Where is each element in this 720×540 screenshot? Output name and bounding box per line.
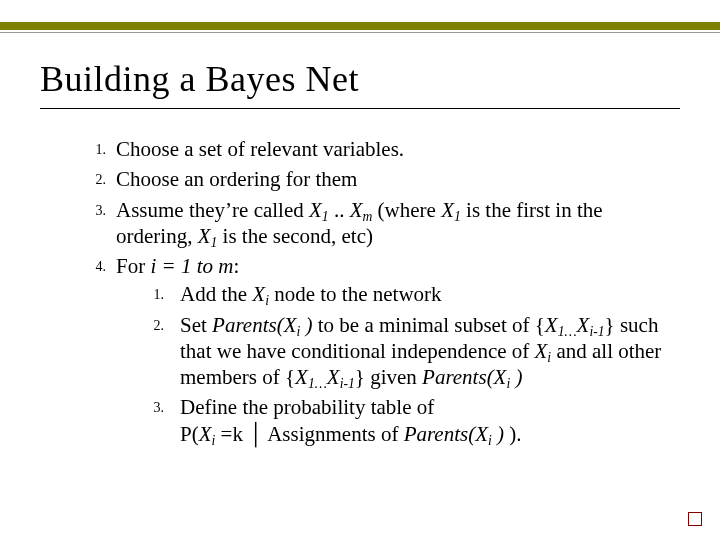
- item-1-text: Choose a set of relevant variables.: [116, 137, 404, 161]
- subitem-1-text: Add the Xi node to the network: [180, 282, 442, 306]
- item-2: 2. Choose an ordering for them: [80, 166, 680, 192]
- item-4-text: For i = 1 to m:: [116, 254, 239, 278]
- corner-box-icon: [688, 512, 702, 526]
- slide-title: Building a Bayes Net: [40, 58, 680, 100]
- item-2-text: Choose an ordering for them: [116, 167, 357, 191]
- subitem-1-number: 1.: [138, 286, 164, 304]
- subitem-2-text: Set Parents(Xi ) to be a minimal subset …: [180, 313, 661, 390]
- subitem-3-text: Define the probability table of P(Xi =k …: [180, 395, 522, 445]
- item-4: 4. For i = 1 to m: 1. Add the Xi node to…: [80, 253, 680, 447]
- item-2-number: 2.: [80, 171, 106, 189]
- item-3-number: 3.: [80, 202, 106, 220]
- accent-bar: [0, 22, 720, 30]
- item-3: 3. Assume they’re called X1 .. Xm (where…: [80, 197, 680, 250]
- subitem-3-number: 3.: [138, 399, 164, 417]
- item-1: 1. Choose a set of relevant variables.: [80, 136, 680, 162]
- item-1-number: 1.: [80, 141, 106, 159]
- accent-line: [0, 32, 720, 33]
- subitem-3: 3. Define the probability table of P(Xi …: [138, 394, 680, 447]
- title-underline: [40, 108, 680, 109]
- slide: Building a Bayes Net 1. Choose a set of …: [0, 0, 720, 540]
- outer-list: 1. Choose a set of relevant variables. 2…: [40, 136, 680, 447]
- subitem-2: 2. Set Parents(Xi ) to be a minimal subs…: [138, 312, 680, 391]
- subitem-1: 1. Add the Xi node to the network: [138, 281, 680, 307]
- inner-list: 1. Add the Xi node to the network 2. Set…: [116, 281, 680, 447]
- item-3-text: Assume they’re called X1 .. Xm (where X1…: [116, 198, 603, 248]
- item-4-number: 4.: [80, 258, 106, 276]
- subitem-2-number: 2.: [138, 317, 164, 335]
- content-body: 1. Choose a set of relevant variables. 2…: [40, 136, 680, 447]
